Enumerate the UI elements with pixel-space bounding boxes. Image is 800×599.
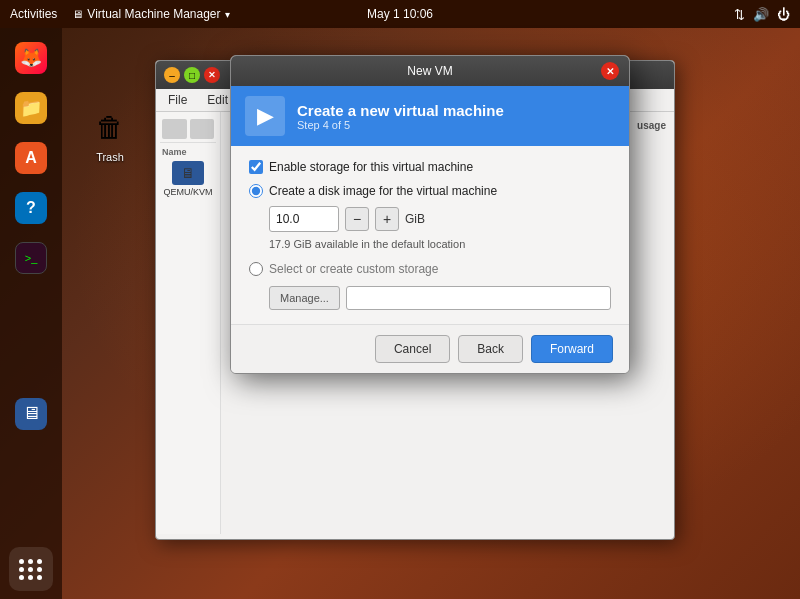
dock-item-ubuntu-software[interactable]: A: [9, 136, 53, 180]
vm-list-item-qemu[interactable]: 🖥 QEMU/KVM: [160, 159, 216, 199]
ubuntu-software-icon: A: [15, 142, 47, 174]
help-icon: ?: [15, 192, 47, 224]
disk-size-decrease-button[interactable]: −: [345, 207, 369, 231]
dialog-titlebar: New VM ✕: [231, 56, 629, 86]
manage-button[interactable]: Manage...: [269, 286, 340, 310]
dialog-body: Enable storage for this virtual machine …: [231, 146, 629, 324]
trash-icon: 🗑: [86, 103, 134, 151]
volume-icon[interactable]: 🔊: [753, 7, 769, 22]
terminal-icon: >_: [15, 242, 47, 274]
dock-item-terminal[interactable]: >_: [9, 236, 53, 280]
forward-button[interactable]: Forward: [531, 335, 613, 363]
show-apps-button[interactable]: [9, 547, 53, 591]
trash-label: Trash: [96, 151, 124, 163]
cancel-button[interactable]: Cancel: [375, 335, 450, 363]
vm-manager-title[interactable]: 🖥 Virtual Machine Manager ▾: [72, 7, 229, 21]
dock-item-files[interactable]: 📁: [9, 86, 53, 130]
top-panel: Activities 🖥 Virtual Machine Manager ▾ M…: [0, 0, 800, 28]
activities-button[interactable]: Activities: [10, 7, 57, 21]
close-button-vmmanager[interactable]: ✕: [204, 67, 220, 83]
power-icon[interactable]: ⏻: [777, 7, 790, 22]
back-button[interactable]: Back: [458, 335, 523, 363]
enable-storage-checkbox[interactable]: [249, 160, 263, 174]
manage-row: Manage...: [269, 286, 611, 310]
qemu-icon: 🖥: [172, 161, 204, 185]
menu-edit[interactable]: Edit: [203, 91, 232, 109]
vm-manager-dock-icon: 🖥: [15, 398, 47, 430]
close-button-dialog[interactable]: ✕: [601, 62, 619, 80]
vm-list-header: Name: [160, 147, 216, 157]
desktop-trash-icon[interactable]: 🗑 Trash: [75, 103, 145, 163]
create-disk-radio[interactable]: [249, 184, 263, 198]
step-text: Create a new virtual machine Step 4 of 5: [297, 102, 504, 131]
window-controls: – □ ✕: [164, 67, 220, 83]
dialog-title: New VM: [259, 64, 601, 78]
create-disk-label: Create a disk image for the virtual mach…: [269, 184, 497, 198]
disk-size-row: − + GiB: [269, 206, 611, 232]
enable-storage-label: Enable storage for this virtual machine: [269, 160, 473, 174]
maximize-button[interactable]: □: [184, 67, 200, 83]
step-header: ▶ Create a new virtual machine Step 4 of…: [231, 86, 629, 146]
new-vm-dialog: New VM ✕ ▶ Create a new virtual machine …: [230, 55, 630, 374]
step-title: Create a new virtual machine: [297, 102, 504, 119]
disk-available-text: 17.9 GiB available in the default locati…: [269, 238, 611, 250]
disk-size-unit: GiB: [405, 212, 425, 226]
vm-toolbar-btn-2[interactable]: [190, 119, 215, 139]
datetime: May 1 10:06: [367, 7, 433, 21]
dock-item-vmmanager[interactable]: 🖥: [9, 392, 53, 436]
apps-grid-icon: [19, 559, 43, 580]
menu-file[interactable]: File: [164, 91, 191, 109]
vm-title-arrow: ▾: [225, 9, 230, 20]
dock-item-firefox[interactable]: 🦊: [9, 36, 53, 80]
dialog-footer: Cancel Back Forward: [231, 324, 629, 373]
top-panel-left: Activities 🖥 Virtual Machine Manager ▾: [10, 7, 230, 21]
custom-storage-label: Select or create custom storage: [269, 262, 438, 276]
disk-size-input[interactable]: [269, 206, 339, 232]
dock: 🦊 📁 A ? >_ 🖥: [0, 28, 62, 599]
minimize-button[interactable]: –: [164, 67, 180, 83]
vm-toolbar-btn-1[interactable]: [162, 119, 187, 139]
vm-title-text: Virtual Machine Manager: [87, 7, 220, 21]
network-icon[interactable]: ⇅: [734, 7, 745, 22]
create-disk-row: Create a disk image for the virtual mach…: [249, 184, 611, 198]
disk-size-increase-button[interactable]: +: [375, 207, 399, 231]
custom-storage-row: Select or create custom storage: [249, 262, 611, 276]
step-icon: ▶: [245, 96, 285, 136]
manage-path-input[interactable]: [346, 286, 611, 310]
custom-storage-radio[interactable]: [249, 262, 263, 276]
step-subtitle: Step 4 of 5: [297, 119, 504, 131]
dock-item-help[interactable]: ?: [9, 186, 53, 230]
top-panel-right: ⇅ 🔊 ⏻: [734, 7, 790, 22]
firefox-icon: 🦊: [15, 42, 47, 74]
enable-storage-row: Enable storage for this virtual machine: [249, 160, 611, 174]
desktop: Activities 🖥 Virtual Machine Manager ▾ M…: [0, 0, 800, 599]
files-icon: 📁: [15, 92, 47, 124]
qemu-label: QEMU/KVM: [164, 187, 213, 197]
top-panel-center: May 1 10:06: [367, 7, 433, 21]
vm-sidebar: Name 🖥 QEMU/KVM: [156, 112, 221, 534]
vm-title-icon: 🖥: [72, 8, 83, 20]
